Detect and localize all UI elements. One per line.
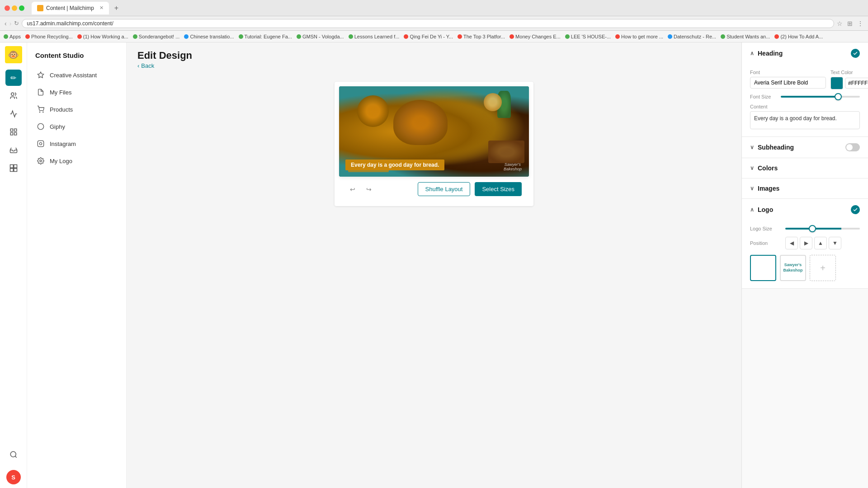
logo-thumb-add[interactable]: +	[810, 255, 836, 281]
my-logo-label: My Logo	[50, 158, 72, 164]
subheading-toggle[interactable]	[845, 143, 860, 151]
colors-section-title: ∨ Colors	[750, 164, 778, 172]
subheading-section-header[interactable]: ∨ Subheading	[742, 137, 868, 158]
bookmark-15[interactable]: (2) How To Add A...	[774, 34, 823, 39]
refresh-btn[interactable]: ↻	[14, 20, 19, 27]
position-right-btn[interactable]: ▶	[800, 237, 812, 249]
food-brownies	[488, 141, 524, 163]
sidebar-item-my-logo[interactable]: My Logo	[32, 152, 122, 169]
font-field: Font	[750, 70, 826, 89]
main-content: Edit Design ‹ Back	[127, 42, 741, 488]
sidebar-item-instagram[interactable]: Instagram	[32, 135, 122, 152]
creative-assistant-icon	[36, 70, 45, 80]
nav-icon-chart[interactable]	[5, 106, 22, 122]
canvas-image: Every day is a good day for bread. Sawye…	[339, 86, 529, 177]
svg-marker-11	[38, 72, 43, 78]
bookmark-14[interactable]: Student Wants an...	[721, 34, 770, 39]
nav-icon-search[interactable]	[5, 446, 22, 463]
bookmark-10[interactable]: Money Changes E...	[509, 34, 561, 39]
svg-rect-15	[38, 141, 43, 146]
nav-icon-apps[interactable]	[5, 160, 22, 176]
sidebar-item-my-files[interactable]: My Files	[32, 84, 122, 101]
bookmark-6[interactable]: GMSN - Vologda...	[297, 34, 344, 39]
logo-check-icon	[851, 205, 860, 214]
logo-thumb-sawyers[interactable]: Sawyer'sBakeshop	[780, 255, 806, 281]
canvas-area: Every day is a good day for bread. Sawye…	[127, 73, 741, 488]
tab-close[interactable]: ✕	[99, 5, 104, 11]
right-panel: ∧ Heading Font Text Color	[741, 42, 868, 488]
food-pot	[484, 93, 502, 111]
images-section: ∨ Images	[742, 178, 868, 199]
position-row: Position ◀ ▶ ▲ ▼	[750, 237, 860, 249]
subheading-section-title: ∨ Subheading	[750, 144, 794, 151]
font-size-row: Font Size	[750, 94, 860, 99]
svg-rect-4	[14, 133, 16, 135]
bookmark-4[interactable]: Chinese translatio...	[184, 34, 234, 39]
nav-icon-pencil[interactable]: ✏	[5, 70, 22, 86]
back-link[interactable]: ‹ Back	[137, 62, 731, 69]
forward-nav[interactable]: ›	[9, 20, 12, 27]
bookmark-1[interactable]: Phone Recycling...	[25, 34, 73, 39]
bookmark-star[interactable]: ☆	[837, 20, 843, 27]
maximize-btn[interactable]	[19, 5, 24, 11]
menu-btn[interactable]: ⋮	[857, 20, 863, 27]
text-color-label: Text Color	[830, 70, 868, 75]
bookmark-11[interactable]: LEE 'S HOUSE-...	[565, 34, 611, 39]
close-btn[interactable]	[5, 5, 10, 11]
logo-section-header[interactable]: ∧ Logo	[742, 199, 868, 221]
new-tab-btn[interactable]: +	[114, 4, 118, 12]
position-left-btn[interactable]: ◀	[785, 237, 798, 249]
svg-rect-1	[10, 129, 13, 131]
select-sizes-button[interactable]: Select Sizes	[475, 182, 522, 196]
minimize-btn[interactable]	[12, 5, 17, 11]
products-icon	[36, 105, 45, 114]
font-size-label: Font Size	[750, 94, 777, 99]
bakeshop-watermark: Sawyer'sBakeshop	[504, 162, 522, 171]
logo-size-slider[interactable]	[785, 228, 860, 230]
nav-icon-layout[interactable]	[5, 124, 22, 140]
logo-section-body: Logo Size Position ◀ ▶ ▲ ▼	[742, 221, 868, 288]
main-header: Edit Design ‹ Back	[127, 42, 741, 73]
bookmark-9[interactable]: The Top 3 Platfor...	[458, 34, 505, 39]
colors-chevron-icon: ∨	[750, 165, 754, 171]
position-up-btn[interactable]: ▲	[814, 237, 827, 249]
font-select-input[interactable]	[750, 77, 826, 89]
font-color-row: Font Text Color	[750, 70, 860, 89]
url-bar[interactable]	[22, 19, 834, 28]
position-down-btn[interactable]: ▼	[829, 237, 841, 249]
bookmark-8[interactable]: Qing Fei De Yi - Y...	[404, 34, 453, 39]
bookmark-12[interactable]: How to get more ...	[615, 34, 663, 39]
my-logo-icon	[36, 156, 45, 165]
sidebar-item-creative-assistant[interactable]: Creative Assistant	[32, 66, 122, 84]
browser-tab[interactable]: Content | Mailchimp ✕	[32, 2, 109, 14]
sidebar-item-giphy[interactable]: Giphy	[32, 118, 122, 135]
user-avatar[interactable]: S	[6, 470, 21, 484]
bookmark-7[interactable]: Lessons Learned f...	[349, 34, 400, 39]
logo-thumb-blank[interactable]	[750, 255, 776, 281]
extensions-btn[interactable]: ⊞	[847, 20, 853, 27]
redo-button[interactable]: ↪	[363, 183, 375, 196]
sidebar-item-products[interactable]: Products	[32, 101, 122, 118]
bookmark-5[interactable]: Tutorial: Eugene Fa...	[239, 34, 292, 39]
nav-icon-inbox[interactable]	[5, 142, 22, 158]
color-hex-input[interactable]	[845, 78, 868, 89]
shuffle-layout-button[interactable]: Shuffle Layout	[418, 182, 471, 196]
bookmark-apps[interactable]: Apps	[4, 34, 21, 39]
heading-section-header[interactable]: ∧ Heading	[742, 42, 868, 64]
undo-button[interactable]: ↩	[346, 183, 359, 196]
font-size-slider[interactable]	[781, 96, 860, 98]
colors-section-header[interactable]: ∨ Colors	[742, 158, 868, 178]
color-swatch[interactable]	[830, 77, 843, 89]
images-section-header[interactable]: ∨ Images	[742, 178, 868, 198]
instagram-label: Instagram	[50, 141, 76, 147]
tab-title: Content | Mailchimp	[46, 5, 94, 11]
bookmark-2[interactable]: (1) How Working a...	[77, 34, 128, 39]
bookmark-3[interactable]: Sonderangebot! ...	[133, 34, 180, 39]
icon-sidebar: 🐵 ✏ S	[0, 42, 27, 488]
logo-thumbnails: Sawyer'sBakeshop +	[750, 255, 860, 281]
nav-icon-users[interactable]	[5, 88, 22, 104]
mailchimp-logo[interactable]: 🐵	[5, 46, 22, 63]
bookmark-13[interactable]: Datenschutz - Re...	[668, 34, 716, 39]
back-nav[interactable]: ‹	[5, 20, 7, 27]
content-input[interactable]: Every day is a good day for bread.	[750, 111, 860, 129]
